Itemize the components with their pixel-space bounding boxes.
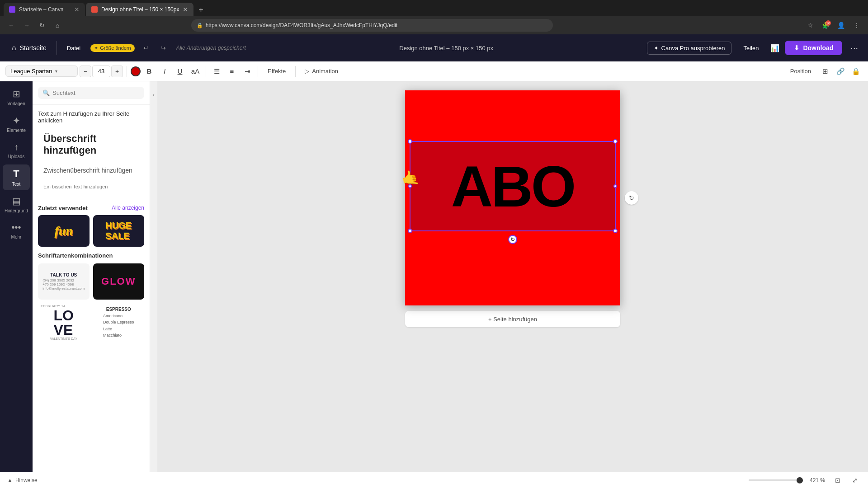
text-size-button[interactable]: aA bbox=[189, 65, 202, 78]
text-panel: 🔍 Text zum Hinzufügen zu Ihrer Seite ank… bbox=[33, 81, 150, 472]
sidebar-item-elemente[interactable]: ✦ Elemente bbox=[3, 112, 30, 136]
canvas[interactable]: ABO ↻ bbox=[405, 90, 620, 305]
sidebar-item-uploads[interactable]: ↑ Uploads bbox=[3, 138, 30, 163]
home-nav-button[interactable]: ⌂ Startseite bbox=[7, 41, 51, 55]
font-combos-section: Schriftartenkombinationen TALK TO US (04… bbox=[33, 252, 150, 340]
browser-addressbar: ← → ↻ ⌂ 🔒 https://www.canva.com/design/D… bbox=[0, 16, 868, 34]
browser-actions: ☆ 🧩 10 👤 ⋮ bbox=[805, 19, 863, 31]
tab-close-startseite[interactable]: ✕ bbox=[74, 6, 80, 13]
search-box[interactable]: 🔍 bbox=[38, 87, 144, 99]
resize-handle-tr[interactable] bbox=[613, 139, 618, 144]
search-input[interactable] bbox=[52, 89, 140, 96]
zoom-fit-button[interactable]: ⊡ bbox=[832, 474, 844, 486]
tab-startseite[interactable]: Startseite – Canva ✕ bbox=[4, 3, 85, 16]
heading-option[interactable]: Überschrift hinzufügen bbox=[38, 129, 144, 160]
lock-icon: 🔒 bbox=[197, 23, 203, 28]
add-text-hint: Text zum Hinzufügen zu Ihrer Seite ankli… bbox=[38, 110, 144, 124]
refresh-button[interactable]: ↻ bbox=[36, 19, 48, 31]
extension-icon[interactable]: 🧩 10 bbox=[820, 19, 832, 31]
toolbar-sep-3 bbox=[258, 66, 258, 77]
download-button[interactable]: ⬇ Download bbox=[785, 41, 842, 55]
forward-button[interactable]: → bbox=[21, 19, 33, 31]
position-button[interactable]: Position bbox=[785, 66, 816, 76]
subheading-option[interactable]: Zwischenüberschrift hinzufügen bbox=[38, 163, 144, 178]
back-button[interactable]: ← bbox=[5, 19, 17, 31]
groesse-menu[interactable]: ✦ Größe ändern bbox=[90, 44, 134, 52]
sidebar-item-vorlagen[interactable]: ⊞ Vorlagen bbox=[3, 85, 30, 110]
datei-menu[interactable]: Datei bbox=[62, 42, 85, 54]
text-color-swatch[interactable] bbox=[131, 66, 141, 76]
text-element-selected[interactable]: ABO ↻ bbox=[410, 141, 616, 231]
body-option[interactable]: Ein bisschen Text hinzufügen bbox=[38, 180, 144, 193]
settings-icon[interactable]: ⋮ bbox=[851, 19, 863, 31]
list-button[interactable]: ≡ bbox=[225, 65, 239, 78]
hints-icon: ▲ bbox=[7, 477, 13, 483]
zoom-value: 421 % bbox=[808, 477, 826, 483]
align-button[interactable]: ☰ bbox=[210, 65, 223, 78]
combo-item-talk-to-us[interactable]: TALK TO US (04) 208 3965 2092+70 209 109… bbox=[38, 263, 90, 300]
download-icon: ⬇ bbox=[794, 44, 799, 52]
hints-button[interactable]: ▲ Hinweise bbox=[7, 477, 38, 483]
tab-design[interactable]: Design ohne Titel – 150 × 150px ✕ bbox=[86, 3, 193, 16]
sidebar-item-mehr[interactable]: ••• Mehr bbox=[3, 219, 30, 243]
text-icon: T bbox=[13, 168, 19, 180]
font-combo-row-2: FEBRUARY 14 LOVE VALENTINE'S DAY ESPRESS… bbox=[38, 304, 144, 340]
animation-play-icon: ▷ bbox=[305, 68, 309, 75]
toolbar-sep-1 bbox=[127, 66, 127, 77]
resize-handle-ml[interactable] bbox=[408, 184, 412, 188]
analytics-icon[interactable]: 📊 bbox=[770, 44, 779, 52]
combo-item-love[interactable]: FEBRUARY 14 LOVE VALENTINE'S DAY bbox=[38, 304, 90, 340]
resize-handle-tl[interactable] bbox=[408, 139, 412, 144]
resize-handle-bl[interactable] bbox=[408, 229, 412, 233]
body-label: Ein bisschen Text hinzufügen bbox=[43, 184, 139, 189]
see-all-button[interactable]: Alle anzeigen bbox=[112, 205, 144, 211]
recent-item-fun[interactable]: fun bbox=[38, 215, 90, 247]
recent-item-huge-sale[interactable]: HUGESALE bbox=[93, 215, 145, 247]
zoom-thumb[interactable] bbox=[797, 477, 803, 483]
home-icon: ⌂ bbox=[12, 44, 16, 52]
undo-button[interactable]: ↩ bbox=[140, 42, 152, 54]
espresso-menu: AmericanoDouble EspressoLatteMacchiatoMo… bbox=[103, 313, 134, 340]
redo-button[interactable]: ↪ bbox=[157, 42, 169, 54]
rotate-handle[interactable]: ↻ bbox=[508, 235, 517, 244]
grid-button[interactable]: ⊞ bbox=[818, 65, 832, 78]
tab-close-design[interactable]: ✕ bbox=[183, 6, 188, 13]
try-pro-button[interactable]: ✦ Canva Pro ausprobieren bbox=[647, 42, 732, 55]
subheading-label: Zwischenüberschrift hinzufügen bbox=[43, 167, 139, 174]
panel-collapse-button[interactable]: ‹ bbox=[150, 81, 157, 108]
bold-button[interactable]: B bbox=[142, 65, 156, 78]
address-bar[interactable]: 🔒 https://www.canva.com/design/DAE4WOR3I… bbox=[191, 19, 553, 32]
italic-button[interactable]: I bbox=[158, 65, 171, 78]
font-size-increase[interactable]: + bbox=[111, 66, 123, 77]
font-size-input[interactable] bbox=[92, 66, 110, 77]
new-tab-button[interactable]: + bbox=[194, 4, 207, 16]
sidebar-item-hintergrund[interactable]: ▤ Hintergrund bbox=[3, 192, 30, 217]
zoom-slider[interactable] bbox=[749, 479, 803, 481]
tab-favicon-startseite bbox=[9, 6, 15, 13]
canvas-refresh-button[interactable]: ↻ bbox=[625, 191, 638, 205]
font-selector[interactable]: League Spartan ▾ bbox=[5, 66, 78, 77]
lock-button[interactable]: 🔒 bbox=[849, 65, 863, 78]
font-size-decrease[interactable]: − bbox=[80, 66, 91, 77]
combo-item-espresso[interactable]: ESPRESSO AmericanoDouble EspressoLatteMa… bbox=[93, 304, 145, 340]
underline-button[interactable]: U bbox=[173, 65, 187, 78]
resize-handle-mr[interactable] bbox=[613, 184, 617, 188]
fullscreen-button[interactable]: ⤢ bbox=[849, 474, 861, 486]
indent-button[interactable]: ⇥ bbox=[241, 65, 254, 78]
font-selector-chevron: ▾ bbox=[55, 69, 57, 74]
love-text: LOVE bbox=[54, 308, 74, 337]
share-button[interactable]: Teilen bbox=[737, 42, 765, 54]
resize-handle-br[interactable] bbox=[613, 229, 618, 233]
add-page-button[interactable]: + Seite hinzufügen bbox=[405, 311, 620, 327]
sidebar-item-text[interactable]: T Text bbox=[3, 164, 30, 190]
bookmark-icon[interactable]: ☆ bbox=[805, 19, 816, 31]
star-pro-icon: ✦ bbox=[654, 45, 659, 52]
profile-icon[interactable]: 👤 bbox=[835, 19, 847, 31]
effekte-button[interactable]: Effekte bbox=[262, 66, 292, 77]
animation-button[interactable]: ▷ Animation bbox=[299, 66, 344, 76]
more-options-button[interactable]: ··· bbox=[848, 40, 861, 56]
home-button[interactable]: ⌂ bbox=[52, 19, 63, 31]
abo-text: ABO bbox=[451, 153, 574, 220]
link-button[interactable]: 🔗 bbox=[834, 65, 847, 78]
combo-item-glow[interactable]: GLOW bbox=[93, 263, 145, 300]
